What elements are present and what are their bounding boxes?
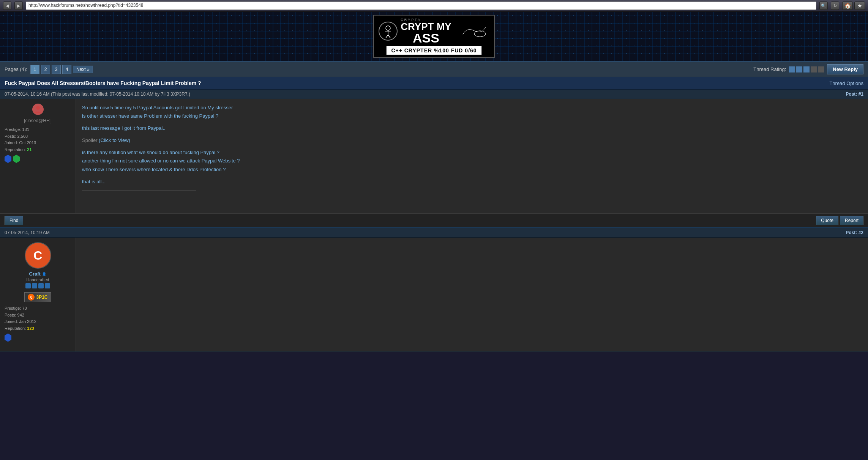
rating-box-5: [818, 66, 824, 72]
zero-badge-icon: 0: [28, 294, 35, 301]
find-button[interactable]: Find: [5, 216, 23, 225]
thread-options-button[interactable]: Thread Options: [829, 80, 863, 86]
pages-label: Pages (4):: [5, 66, 27, 72]
report-button[interactable]: Report: [840, 216, 863, 225]
rating-box-4: [811, 66, 817, 72]
rating-boxes: [789, 66, 824, 72]
page-2-button[interactable]: 2: [41, 65, 50, 74]
post-1-avatar-area: [5, 104, 71, 115]
rating-box-1: [789, 66, 795, 72]
post-1-avatar: [32, 104, 44, 115]
spoiler-label: Spoiler: [82, 137, 97, 143]
banner-logo-circle: [379, 22, 398, 41]
post-1-number: Post: #1: [846, 91, 863, 97]
thread-rating-area: Thread Rating: New Reply: [753, 64, 863, 74]
post-2-user-title: Handcrafted: [5, 277, 71, 282]
post-2-rank-dots: [5, 283, 71, 288]
post-2-container: 07-05-2014, 10:19 AM Post: #2 C Craft 👤 …: [0, 227, 868, 352]
banner-area: CRYPTA CRYPT MY ASS C++ CRYPTER %100 FUD…: [0, 12, 868, 62]
thread-title: Fuck Paypal Does All Stressers/Booters h…: [5, 80, 201, 86]
post-1-body: [closed@HF:] Prestige: 131 Posts: 2,568 …: [0, 99, 868, 213]
post-1-username: [closed@HF:]: [5, 118, 71, 123]
star-button[interactable]: ★: [854, 2, 865, 10]
svg-point-6: [36, 106, 40, 110]
post-1-line2: this last message I got it from Paypal..: [82, 124, 862, 132]
post-2-badge-icons: [5, 333, 71, 342]
post-1-joined: Joined: Oct 2013: [5, 140, 71, 147]
post-2-number: Post: #2: [846, 230, 863, 235]
post-2-content: [76, 238, 868, 351]
post-1-prestige: Prestige: 131: [5, 126, 71, 133]
post-1-user-panel: [closed@HF:] Prestige: 131 Posts: 2,568 …: [0, 99, 76, 213]
page-1-button[interactable]: 1: [30, 65, 39, 74]
rank-dot-2: [32, 283, 37, 288]
post-1-timestamp: 07-05-2014, 10:16 AM (This post was last…: [5, 91, 190, 97]
post-2-body: C Craft 👤 Handcrafted 0 3P1C Prestige:: [0, 238, 868, 352]
rank-dot-3: [38, 283, 44, 288]
epic-text: 3P1C: [36, 295, 47, 300]
rating-box-2: [796, 66, 802, 72]
post-2-joined: Joined: Jan 2012: [5, 318, 71, 325]
post-2-posts: Posts: 942: [5, 312, 71, 319]
shield-blue-icon-2: [5, 333, 11, 342]
post-1-text: So until now 5 time my 5 Paypal Accounts…: [82, 104, 862, 186]
post-2-prestige: Prestige: 78: [5, 305, 71, 312]
rating-box-3: [803, 66, 810, 72]
next-page-button[interactable]: Next »: [73, 66, 93, 73]
post-1-rep-value: 21: [27, 147, 32, 152]
banner-title1: CRYPT MY ASS: [401, 22, 451, 44]
back-button[interactable]: ◀: [3, 2, 11, 10]
spoiler-click-to-view[interactable]: (Click to View): [99, 137, 130, 143]
post-2-username: Craft 👤: [5, 271, 71, 277]
quote-button[interactable]: Quote: [816, 216, 838, 225]
page-4-button[interactable]: 4: [62, 65, 71, 74]
user-online-icon: 👤: [42, 272, 46, 276]
svg-line-4: [388, 35, 390, 38]
svg-point-0: [386, 26, 390, 30]
post-2-reputation: Reputation: 123: [5, 325, 71, 332]
refresh-button[interactable]: ↻: [831, 2, 839, 10]
thread-rating-label: Thread Rating:: [753, 66, 786, 72]
page-3-button[interactable]: 3: [52, 65, 61, 74]
forward-button[interactable]: ▶: [14, 2, 23, 10]
post-separator: [82, 191, 196, 191]
post-1-line1: So until now 5 time my 5 Paypal Accounts…: [82, 104, 862, 120]
home-button[interactable]: 🏠: [842, 2, 853, 10]
epic-badge: 0 3P1C: [24, 292, 51, 302]
post-1-footer: Find Quote Report: [0, 213, 868, 227]
shield-green-icon: [13, 154, 20, 163]
rank-dot-1: [25, 283, 31, 288]
pagination: Pages (4): 1 2 3 4 Next »: [5, 65, 93, 74]
svg-point-5: [474, 31, 486, 37]
post-1-actions: Quote Report: [816, 216, 863, 225]
banner-subtitle: C++ CRYPTER %100 FUD 0/60: [386, 46, 481, 55]
post-2-epic-badge-area: 0 3P1C: [5, 291, 71, 302]
page-header: Pages (4): 1 2 3 4 Next » Thread Rating:…: [0, 62, 868, 77]
post-2-user-panel: C Craft 👤 Handcrafted 0 3P1C Prestige:: [0, 238, 76, 351]
search-button[interactable]: 🔍: [819, 2, 828, 10]
post-1-spoiler: Spoiler (Click to View): [82, 136, 862, 145]
post-1-container: 07-05-2014, 10:16 AM (This post was last…: [0, 90, 868, 227]
post-2-rep-value: 123: [27, 326, 34, 331]
svg-line-3: [386, 35, 388, 38]
post-1-posts: Posts: 2,568: [5, 133, 71, 140]
rank-dot-4: [45, 283, 50, 288]
shield-blue-icon: [5, 154, 11, 163]
post-1-reputation: Reputation: 21: [5, 147, 71, 153]
new-reply-button[interactable]: New Reply: [827, 64, 863, 74]
browser-chrome: ◀ ▶ http://www.hackforums.net/showthread…: [0, 0, 868, 12]
address-bar[interactable]: http://www.hackforums.net/showthread.php…: [26, 2, 816, 10]
post-2-timestamp: 07-05-2014, 10:19 AM: [5, 230, 50, 235]
post-2-avatar: C: [25, 242, 51, 269]
post-2-stats: Prestige: 78 Posts: 942 Joined: Jan 2012…: [5, 305, 71, 342]
post-1-line3: is there any solution what we should do …: [82, 148, 862, 173]
thread-title-bar: Fuck Paypal Does All Stressers/Booters h…: [0, 77, 868, 90]
post-1-badge-icons: [5, 154, 71, 163]
post-2-header: 07-05-2014, 10:19 AM Post: #2: [0, 227, 868, 238]
banner-image: CRYPTA CRYPT MY ASS C++ CRYPTER %100 FUD…: [373, 15, 494, 58]
post-1-header: 07-05-2014, 10:16 AM (This post was last…: [0, 90, 868, 99]
post-1-content: So until now 5 time my 5 Paypal Accounts…: [76, 99, 868, 213]
post-1-stats: Prestige: 131 Posts: 2,568 Joined: Oct 2…: [5, 126, 71, 163]
post-1-line4: that is all...: [82, 178, 862, 186]
